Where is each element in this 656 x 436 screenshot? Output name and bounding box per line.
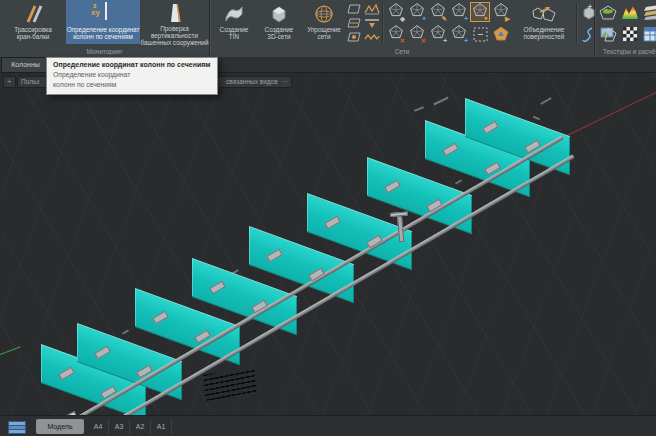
mesh-active-tool-button[interactable]: ● [470,2,490,22]
model-fragment [540,97,551,105]
view-menu-dots-icon[interactable]: ··· [282,78,289,85]
tin-surface-icon [221,2,247,25]
model-fragment [533,116,540,120]
tooltip-body-line1: Определение координат [47,70,217,80]
selection-box-button[interactable] [470,24,490,44]
tower-verticality-check-button[interactable]: Проверка вертикальности башенных сооруже… [140,0,209,44]
button-label: Объединение [524,26,565,33]
simplify-net-button[interactable]: Упрощение сети [302,0,346,44]
checkerboard-texture-button[interactable] [620,24,640,44]
mesh-append-button[interactable]: + [449,24,469,44]
coord-bar-glyph [105,2,107,20]
mesh-play-button[interactable]: ▶ [491,2,511,22]
svg-text:+: + [588,4,592,10]
colored-mesh-button[interactable] [491,24,511,44]
ribbon: Трассировка кран-балки z xy Определение … [0,0,656,58]
wireframe-sphere-icon [311,2,337,25]
mesh-edit-button[interactable]: ✎ [428,2,448,22]
add-view-button[interactable]: + [3,76,16,88]
ribbon-tooltip: Определение координат колонн по сечениям… [46,57,218,95]
document-tab-columns[interactable]: Колонны [1,57,50,72]
elevation-colors-button[interactable] [620,2,640,22]
panel-label-nets: Сети [210,48,594,55]
red-axis-line [563,90,656,138]
layout-tab-a1[interactable]: A1 [151,419,172,434]
button-label: Создание [220,26,249,33]
button-label: Трассировка [14,26,52,33]
layout-tab-a2[interactable]: A2 [130,419,151,434]
panel-label-monitoring: Мониторинг [0,48,209,55]
sheet-tool-button-3[interactable] [346,30,362,43]
mesh-diamond-button[interactable]: ◆ [386,2,406,22]
table-grid-button[interactable] [642,24,656,44]
button-label: поверхностей [524,33,565,40]
button-label: сети [317,33,330,40]
merge-surfaces-icon [531,2,557,25]
crane-beam-trace-icon [20,2,46,25]
mesh-add-button[interactable]: + [407,2,427,22]
level-drop-button[interactable] [364,16,380,29]
tooltip-body-line2: колонн по сечениям [47,80,217,94]
scene-3d [0,73,656,415]
panel-inner-separator [382,3,383,43]
model-viewport[interactable]: + Польз связанных видов ··· [0,73,656,415]
profile-wave-button[interactable] [364,2,380,15]
create-tin-button[interactable]: Создание TIN [212,0,256,44]
create-3d-net-button[interactable]: Создание 3D-сети [256,0,302,44]
button-label: 3D-сети [267,33,290,40]
coord-xy-glyph: xy [91,9,100,16]
ucs-axis-widget[interactable]: Z Y X [50,401,180,415]
panel-inner-separator [576,3,577,43]
button-label: Проверка вертикальности [140,25,209,39]
model-fragment [455,179,462,184]
mesh-add2-button[interactable]: + [449,2,469,22]
texture-surface-button[interactable] [598,2,618,22]
y-axis-extension-line [0,346,21,355]
dark-hatch-detail [203,369,257,400]
trace-crane-beam-button[interactable]: Трассировка кран-балки [0,0,66,44]
sheet-tool-button-1[interactable] [346,2,362,15]
tooltip-title: Определение координат колонн по сечениям [47,58,217,70]
layers-stack-button[interactable] [642,2,656,22]
mesh-delete-button[interactable]: ✕ [386,24,406,44]
ribbon-panel-monitoring: Трассировка кран-балки z xy Определение … [0,0,210,56]
model-fragment [433,97,448,106]
layout-list-icon[interactable] [8,420,26,436]
button-label: Определение координат [67,26,140,33]
xyz-coordinates-icon: z xy [90,2,116,25]
linked-views-label: связанных видов [226,78,278,85]
ribbon-panel-nets: Создание TIN Создание 3D-сети [210,0,595,56]
model-fragment [122,329,129,334]
status-bar: Модель A4 A3 A2 A1 [0,415,656,436]
panel-label-textures: Текстуры и расчё [595,48,656,55]
sheet-tool-button-2[interactable] [346,16,362,29]
solid-3d-net-icon [266,2,292,25]
button-label: кран-балки [17,33,50,40]
column-coords-by-sections-button[interactable]: z xy Определение координат колонн по сеч… [66,0,140,44]
button-label: TIN [229,33,239,40]
mesh-move-button[interactable]: + [428,24,448,44]
layout-tab-model[interactable]: Модель [36,419,84,434]
button-label: Создание [265,26,294,33]
layout-tab-a3[interactable]: A3 [109,419,130,434]
zigzag-wave-button[interactable] [364,30,380,43]
view-tab-linked-views[interactable]: связанных видов ··· [212,76,292,88]
ribbon-panel-textures: Текстуры и расчё [595,0,656,56]
mesh-delete2-button[interactable]: ✕ [407,24,427,44]
button-label: башенных сооружений [141,39,209,46]
merge-surfaces-button[interactable]: Объединение поверхностей [516,0,572,44]
button-label: колонн по сечениям [73,33,133,40]
layout-tab-a4[interactable]: A4 [88,419,109,434]
crane-console[interactable] [390,211,415,243]
tower-icon [162,2,188,24]
button-label: Упрощение [307,26,341,33]
image-drape-button[interactable] [598,24,618,44]
cad-application-window: Трассировка кран-балки z xy Определение … [0,0,656,436]
model-fragment [414,106,424,112]
